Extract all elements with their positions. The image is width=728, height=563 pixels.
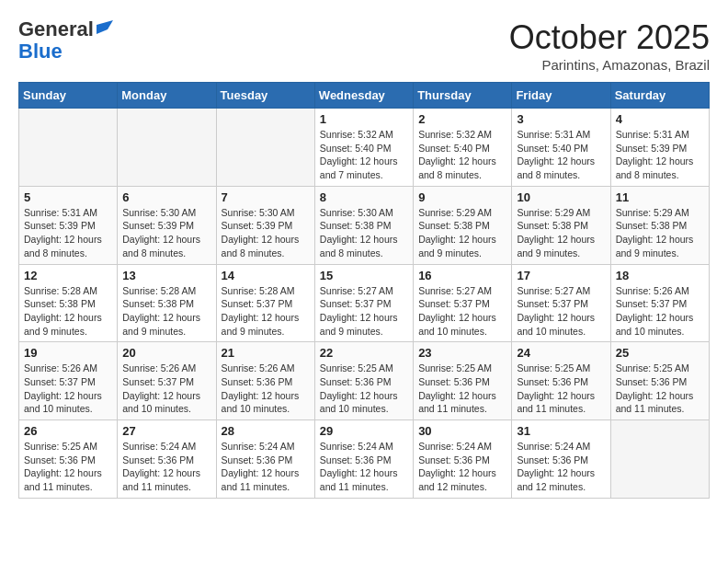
day-number: 4 bbox=[616, 112, 704, 126]
day-info: Sunrise: 5:30 AMSunset: 5:39 PMDaylight:… bbox=[222, 206, 310, 260]
day-info: Sunrise: 5:26 AMSunset: 5:36 PMDaylight:… bbox=[222, 362, 310, 416]
calendar-day-cell: 3Sunrise: 5:31 AMSunset: 5:40 PMDaylight… bbox=[512, 109, 610, 187]
day-number: 10 bbox=[517, 190, 605, 204]
day-number: 30 bbox=[418, 424, 506, 438]
calendar-day-cell: 27Sunrise: 5:24 AMSunset: 5:36 PMDayligh… bbox=[118, 420, 216, 499]
calendar-day-cell: 12Sunrise: 5:28 AMSunset: 5:38 PMDayligh… bbox=[19, 264, 118, 342]
calendar-day-cell: 8Sunrise: 5:30 AMSunset: 5:38 PMDaylight… bbox=[314, 186, 413, 264]
calendar-table: SundayMondayTuesdayWednesdayThursdayFrid… bbox=[18, 82, 710, 499]
day-number: 6 bbox=[122, 190, 210, 204]
day-info: Sunrise: 5:24 AMSunset: 5:36 PMDaylight:… bbox=[122, 440, 210, 494]
day-info: Sunrise: 5:28 AMSunset: 5:37 PMDaylight:… bbox=[222, 284, 310, 339]
day-number: 26 bbox=[24, 424, 112, 438]
day-info: Sunrise: 5:24 AMSunset: 5:36 PMDaylight:… bbox=[222, 440, 310, 494]
calendar-week-row: 12Sunrise: 5:28 AMSunset: 5:38 PMDayligh… bbox=[19, 264, 710, 342]
month-title: October 2025 bbox=[509, 18, 710, 57]
day-number: 24 bbox=[517, 346, 605, 360]
calendar-day-cell: 24Sunrise: 5:25 AMSunset: 5:36 PMDayligh… bbox=[512, 342, 610, 420]
day-number: 22 bbox=[320, 346, 408, 360]
day-info: Sunrise: 5:31 AMSunset: 5:40 PMDaylight:… bbox=[517, 128, 605, 182]
day-info: Sunrise: 5:31 AMSunset: 5:39 PMDaylight:… bbox=[24, 206, 112, 260]
weekday-header: Tuesday bbox=[216, 83, 314, 109]
day-info: Sunrise: 5:25 AMSunset: 5:36 PMDaylight:… bbox=[517, 362, 605, 416]
calendar-week-row: 26Sunrise: 5:25 AMSunset: 5:36 PMDayligh… bbox=[19, 420, 710, 499]
calendar-week-row: 5Sunrise: 5:31 AMSunset: 5:39 PMDaylight… bbox=[19, 186, 710, 264]
calendar-day-cell: 6Sunrise: 5:30 AMSunset: 5:39 PMDaylight… bbox=[118, 186, 216, 264]
day-info: Sunrise: 5:29 AMSunset: 5:38 PMDaylight:… bbox=[517, 206, 605, 260]
day-info: Sunrise: 5:24 AMSunset: 5:36 PMDaylight:… bbox=[418, 440, 506, 494]
calendar-day-cell: 9Sunrise: 5:29 AMSunset: 5:38 PMDaylight… bbox=[414, 186, 512, 264]
calendar-day-cell: 16Sunrise: 5:27 AMSunset: 5:37 PMDayligh… bbox=[414, 264, 512, 342]
day-number: 31 bbox=[517, 424, 605, 438]
calendar-day-cell: 29Sunrise: 5:24 AMSunset: 5:36 PMDayligh… bbox=[314, 420, 413, 499]
day-number: 15 bbox=[320, 269, 408, 282]
calendar-day-cell: 15Sunrise: 5:27 AMSunset: 5:37 PMDayligh… bbox=[314, 264, 413, 342]
calendar-day-cell: 28Sunrise: 5:24 AMSunset: 5:36 PMDayligh… bbox=[216, 420, 314, 499]
day-number: 12 bbox=[24, 269, 112, 282]
day-number: 25 bbox=[616, 346, 704, 360]
day-info: Sunrise: 5:27 AMSunset: 5:37 PMDaylight:… bbox=[517, 284, 605, 339]
day-info: Sunrise: 5:30 AMSunset: 5:39 PMDaylight:… bbox=[122, 206, 210, 260]
day-number: 17 bbox=[517, 269, 605, 282]
weekday-header: Sunday bbox=[19, 83, 118, 109]
calendar-day-cell: 21Sunrise: 5:26 AMSunset: 5:36 PMDayligh… bbox=[216, 342, 314, 420]
day-info: Sunrise: 5:26 AMSunset: 5:37 PMDaylight:… bbox=[24, 362, 112, 416]
calendar-day-cell bbox=[610, 420, 709, 499]
weekday-header: Friday bbox=[512, 83, 610, 109]
day-info: Sunrise: 5:29 AMSunset: 5:38 PMDaylight:… bbox=[616, 206, 704, 260]
day-number: 21 bbox=[222, 346, 310, 360]
day-number: 14 bbox=[222, 269, 310, 282]
calendar-day-cell: 25Sunrise: 5:25 AMSunset: 5:36 PMDayligh… bbox=[610, 342, 709, 420]
logo-blue: Blue bbox=[18, 40, 63, 63]
calendar-day-cell bbox=[216, 109, 314, 187]
calendar-week-row: 1Sunrise: 5:32 AMSunset: 5:40 PMDaylight… bbox=[19, 109, 710, 187]
title-block: October 2025 Parintins, Amazonas, Brazil bbox=[509, 18, 710, 73]
day-number: 11 bbox=[616, 190, 704, 204]
calendar-day-cell bbox=[19, 109, 118, 187]
day-number: 16 bbox=[418, 269, 506, 282]
day-info: Sunrise: 5:24 AMSunset: 5:36 PMDaylight:… bbox=[320, 440, 408, 494]
logo-bird-icon bbox=[97, 20, 113, 39]
calendar-day-cell bbox=[118, 109, 216, 187]
day-info: Sunrise: 5:30 AMSunset: 5:38 PMDaylight:… bbox=[320, 206, 408, 260]
calendar-day-cell: 26Sunrise: 5:25 AMSunset: 5:36 PMDayligh… bbox=[19, 420, 118, 499]
day-number: 29 bbox=[320, 424, 408, 438]
logo-general: General bbox=[18, 18, 94, 40]
weekday-header: Saturday bbox=[610, 83, 709, 109]
calendar-day-cell: 19Sunrise: 5:26 AMSunset: 5:37 PMDayligh… bbox=[19, 342, 118, 420]
calendar-week-row: 19Sunrise: 5:26 AMSunset: 5:37 PMDayligh… bbox=[19, 342, 710, 420]
day-info: Sunrise: 5:26 AMSunset: 5:37 PMDaylight:… bbox=[122, 362, 210, 416]
page-header: General Blue October 2025 Parintins, Ama… bbox=[18, 18, 710, 73]
calendar-day-cell: 30Sunrise: 5:24 AMSunset: 5:36 PMDayligh… bbox=[414, 420, 512, 499]
day-number: 27 bbox=[122, 424, 210, 438]
day-number: 19 bbox=[24, 346, 112, 360]
calendar-day-cell: 7Sunrise: 5:30 AMSunset: 5:39 PMDaylight… bbox=[216, 186, 314, 264]
day-info: Sunrise: 5:25 AMSunset: 5:36 PMDaylight:… bbox=[24, 440, 112, 494]
day-info: Sunrise: 5:28 AMSunset: 5:38 PMDaylight:… bbox=[122, 284, 210, 339]
day-number: 3 bbox=[517, 112, 605, 126]
svg-marker-0 bbox=[97, 20, 113, 34]
day-info: Sunrise: 5:24 AMSunset: 5:36 PMDaylight:… bbox=[517, 440, 605, 494]
location: Parintins, Amazonas, Brazil bbox=[509, 57, 710, 73]
day-number: 7 bbox=[222, 190, 310, 204]
calendar-day-cell: 4Sunrise: 5:31 AMSunset: 5:39 PMDaylight… bbox=[610, 109, 709, 187]
calendar-day-cell: 31Sunrise: 5:24 AMSunset: 5:36 PMDayligh… bbox=[512, 420, 610, 499]
calendar-day-cell: 17Sunrise: 5:27 AMSunset: 5:37 PMDayligh… bbox=[512, 264, 610, 342]
calendar-day-cell: 11Sunrise: 5:29 AMSunset: 5:38 PMDayligh… bbox=[610, 186, 709, 264]
calendar-day-cell: 1Sunrise: 5:32 AMSunset: 5:40 PMDaylight… bbox=[314, 109, 413, 187]
calendar-day-cell: 2Sunrise: 5:32 AMSunset: 5:40 PMDaylight… bbox=[414, 109, 512, 187]
calendar-day-cell: 13Sunrise: 5:28 AMSunset: 5:38 PMDayligh… bbox=[118, 264, 216, 342]
day-info: Sunrise: 5:25 AMSunset: 5:36 PMDaylight:… bbox=[320, 362, 408, 416]
weekday-header: Thursday bbox=[414, 83, 512, 109]
day-number: 2 bbox=[418, 112, 506, 126]
day-number: 8 bbox=[320, 190, 408, 204]
day-number: 28 bbox=[222, 424, 310, 438]
day-info: Sunrise: 5:32 AMSunset: 5:40 PMDaylight:… bbox=[320, 128, 408, 182]
day-info: Sunrise: 5:32 AMSunset: 5:40 PMDaylight:… bbox=[418, 128, 506, 182]
weekday-header: Wednesday bbox=[314, 83, 413, 109]
day-info: Sunrise: 5:27 AMSunset: 5:37 PMDaylight:… bbox=[320, 284, 408, 339]
calendar-day-cell: 23Sunrise: 5:25 AMSunset: 5:36 PMDayligh… bbox=[414, 342, 512, 420]
calendar-day-cell: 5Sunrise: 5:31 AMSunset: 5:39 PMDaylight… bbox=[19, 186, 118, 264]
calendar-day-cell: 18Sunrise: 5:26 AMSunset: 5:37 PMDayligh… bbox=[610, 264, 709, 342]
day-info: Sunrise: 5:29 AMSunset: 5:38 PMDaylight:… bbox=[418, 206, 506, 260]
